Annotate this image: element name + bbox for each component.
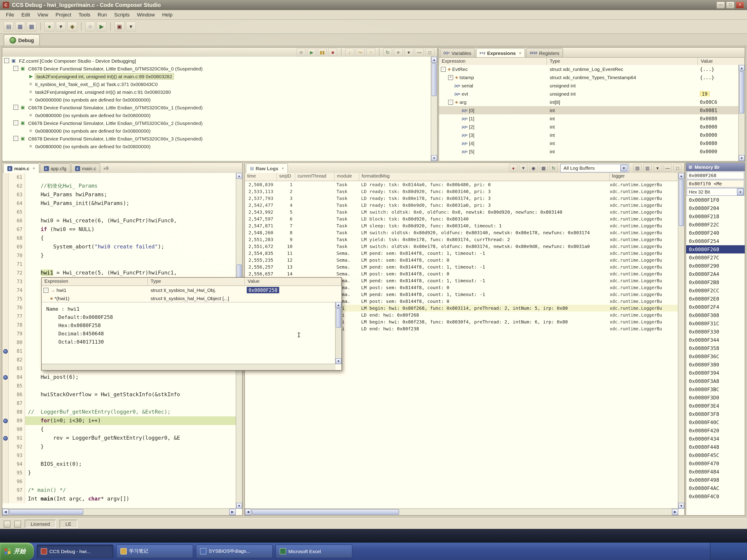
log-row[interactable]: 2,533,1132TaskLD_ready: tsk: 0x80d920, f…: [245, 188, 678, 195]
editor-tab-app.cfg[interactable]: capp.cfg: [40, 163, 71, 173]
code-line[interactable]: 85: [2, 381, 236, 390]
breakpoint-margin[interactable]: [2, 260, 9, 269]
debug-tree-frame[interactable]: ▶task2Fxn(unsigned int, unsigned int)() …: [2, 72, 431, 80]
log-row[interactable]: 2,508,8391TaskLD_ready: tsk: 0x8144a0, f…: [245, 181, 678, 188]
memory-address-input[interactable]: 0x0080F268: [687, 171, 744, 179]
code-line[interactable]: 71: [2, 260, 236, 269]
code-line[interactable]: 70 }: [2, 251, 236, 260]
breakpoint-margin[interactable]: [2, 329, 9, 338]
code-line[interactable]: 93: [2, 451, 236, 460]
breakpoint-margin[interactable]: [2, 399, 9, 408]
breakpoint-margin[interactable]: [2, 216, 9, 225]
breakpoint-margin[interactable]: [2, 199, 9, 208]
log-row[interactable]: 2,551,2839TaskLM_yield: tsk: 0x80e178, f…: [245, 236, 678, 243]
column-header[interactable]: seqID: [277, 173, 295, 181]
code-line[interactable]: 63 Hwi_Params hwiParams;: [2, 190, 236, 199]
scroll-right-icon[interactable]: [672, 509, 678, 515]
menu-help[interactable]: Help: [159, 11, 176, 18]
memory-row[interactable]: 0x0080F4C0: [686, 492, 745, 501]
new-file-icon[interactable]: ▤: [4, 22, 14, 32]
code-line[interactable]: 69 System_abort("hwi0 create failed");: [2, 242, 236, 251]
breakpoint-margin[interactable]: [2, 295, 9, 303]
debug-tree-core[interactable]: -▣C6678 Device Functional Simulator, Lit…: [2, 103, 431, 111]
memory-row[interactable]: 0x0080F3D0: [686, 394, 745, 402]
breakpoint-margin[interactable]: [2, 469, 9, 477]
memory-row[interactable]: 0x0080F2CC: [686, 286, 745, 295]
scroll-up-icon[interactable]: [236, 173, 242, 179]
close-tab-icon[interactable]: ×: [282, 166, 284, 171]
log-row[interactable]: 2,554,83511Sema.LM_pend: sem: 0x8144f8, …: [245, 250, 678, 257]
suspend-icon[interactable]: ▮▮: [318, 48, 327, 56]
debug-scrollbar[interactable]: [431, 57, 437, 161]
tab-variables[interactable]: (x)=Variables: [440, 48, 475, 57]
expression-row[interactable]: (x)=[0]int0x0081: [439, 106, 739, 114]
debug-icon[interactable]: ●: [44, 22, 54, 32]
memory-row[interactable]: 0x0080F22C: [686, 220, 745, 229]
breakpoint-margin[interactable]: [2, 451, 9, 460]
popup-expression-row[interactable]: -→hwi1struct ti_sysbios_hal_Hwi_Obj.0x00…: [42, 286, 341, 294]
memory-row[interactable]: 0x0080F290: [686, 262, 745, 270]
breakpoint-margin[interactable]: [2, 173, 9, 182]
external-tools-dropdown-icon[interactable]: ▾: [126, 22, 136, 32]
breakpoint-margin[interactable]: [2, 225, 9, 234]
breakpoint-icon[interactable]: [3, 375, 8, 380]
memory-row[interactable]: 0x0080F3BC: [686, 385, 745, 394]
memory-row[interactable]: 0x0080F218: [686, 212, 745, 220]
memory-row[interactable]: 0x0080F268: [686, 245, 745, 254]
breakpoint-margin[interactable]: [2, 373, 9, 381]
tree-expander[interactable]: -: [448, 100, 453, 105]
column-header[interactable]: Type: [148, 278, 245, 286]
code-line[interactable]: 96: [2, 477, 236, 486]
menu-view[interactable]: View: [34, 11, 51, 18]
editor-tab-overflow[interactable]: »9: [103, 165, 108, 170]
memory-row[interactable]: 0x0080F2A4: [686, 270, 745, 278]
memory-row[interactable]: 0x0080F330: [686, 327, 745, 336]
new-target-config-icon[interactable]: ◆: [67, 22, 77, 32]
memory-row[interactable]: 0x0080F394: [686, 369, 745, 377]
save-icon[interactable]: ▦: [15, 22, 25, 32]
code-line[interactable]: 72 hwi1 = Hwi_create(5, (Hwi_FuncPtr)hwi…: [2, 269, 236, 277]
breakpoint-margin[interactable]: [2, 408, 9, 416]
close-tab-icon[interactable]: ×: [519, 51, 521, 55]
breakpoint-margin[interactable]: [2, 286, 9, 295]
column-header[interactable]: Type: [547, 58, 698, 65]
breakpoint-margin[interactable]: [2, 277, 9, 286]
scroll-down-icon[interactable]: [739, 155, 745, 161]
expression-row[interactable]: (x)=[5]int0x0000: [439, 147, 739, 156]
tree-expander[interactable]: -: [13, 66, 18, 71]
breakpoint-margin[interactable]: [2, 477, 9, 486]
breakpoint-icon[interactable]: [3, 419, 8, 423]
menu-run[interactable]: Run: [95, 11, 110, 18]
memory-row[interactable]: 0x0080F470: [686, 459, 745, 468]
code-line[interactable]: 88// LoggerBuf_getNextEntry(logger0, &Ev…: [2, 408, 236, 416]
tree-expander[interactable]: +: [448, 75, 453, 80]
taskbar-item[interactable]: CCS Debug - hwi...: [36, 544, 113, 558]
debug-tree-frame[interactable]: ≡ti_sysbios_knl_Task_exit__E() at Task.c…: [2, 80, 431, 88]
memory-row[interactable]: 0x0080F2B8: [686, 278, 745, 286]
memory-row[interactable]: 0x0080F2F4: [686, 303, 745, 311]
columns-icon[interactable]: ▦: [539, 164, 548, 172]
log-row[interactable]: 2,548,2608TaskLM_switch: oldtsk: 0x80d92…: [245, 229, 678, 236]
column-header[interactable]: Value: [698, 58, 745, 65]
memory-row[interactable]: 0x0080F240: [686, 229, 745, 237]
code-line[interactable]: 89 for(i=0; i<30; i++): [2, 416, 236, 425]
column-header[interactable]: currentThread: [295, 173, 335, 181]
log-row[interactable]: 2,537,7933TaskLD_ready: tsk: 0x80e178, f…: [245, 195, 678, 202]
save-all-icon[interactable]: ▩: [27, 22, 36, 32]
breakpoint-margin[interactable]: [2, 364, 9, 373]
scroll-down-icon[interactable]: [336, 358, 341, 364]
analysis-icon[interactable]: ▧: [633, 164, 642, 172]
editor-tab-main.c[interactable]: cmain.c×: [3, 163, 39, 173]
memory-row[interactable]: 0x0080F2E0: [686, 295, 745, 303]
log-row[interactable]: 2,556,65714Sema.LM_post: sem: 0x8144f8, …: [245, 270, 678, 277]
editor-hscrollbar[interactable]: [2, 508, 236, 515]
debug-tree-frame[interactable]: ≡0x00800000 (no symbols are defined for …: [2, 111, 431, 119]
breakpoint-margin[interactable]: [2, 303, 9, 312]
tree-expander[interactable]: -: [4, 58, 9, 63]
code-line[interactable]: 68 {: [2, 234, 236, 242]
taskbar-item[interactable]: SYSBIOS中diags...: [196, 544, 273, 558]
code-line[interactable]: 97/* main() */: [2, 486, 236, 495]
memory-row[interactable]: 0x0080F3A8: [686, 377, 745, 385]
expression-row[interactable]: +◈tstampstruct xdc_runtime_Types_Timesta…: [439, 73, 739, 81]
column-header[interactable]: Value: [245, 278, 341, 286]
